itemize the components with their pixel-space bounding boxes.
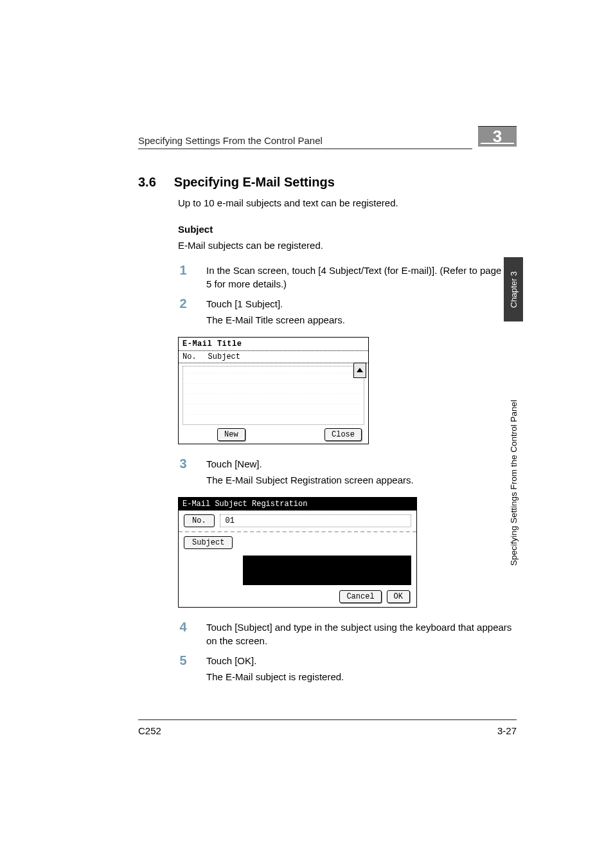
step-text: Touch [OK]. bbox=[206, 654, 517, 667]
new-button[interactable]: New bbox=[217, 428, 245, 441]
step-text: Touch [Subject] and type in the subject … bbox=[206, 620, 517, 647]
section-intro: Up to 10 e-mail subjects and text can be… bbox=[178, 197, 517, 208]
no-value: 01 bbox=[226, 516, 235, 525]
ok-button[interactable]: OK bbox=[387, 590, 410, 603]
chapter-marker: 3 bbox=[478, 126, 517, 147]
step-3: 3 Touch [New]. bbox=[178, 457, 517, 471]
step-text: Touch [1 Subject]. bbox=[206, 297, 517, 311]
close-button[interactable]: Close bbox=[324, 428, 362, 441]
col-subject: Subject bbox=[208, 352, 240, 361]
panel-title: E-Mail Subject Registration bbox=[179, 498, 416, 511]
step-5: 5 Touch [OK]. bbox=[178, 654, 517, 667]
rule bbox=[138, 149, 472, 149]
step-5-sub: The E-Mail subject is registered. bbox=[206, 671, 517, 682]
title-list[interactable] bbox=[182, 366, 364, 425]
side-tab-title: Specifying Settings From the Control Pan… bbox=[504, 334, 523, 566]
subsection-heading: Subject bbox=[178, 224, 517, 235]
col-no: No. bbox=[182, 352, 197, 361]
no-label: No. bbox=[184, 514, 215, 527]
section-number: 3.6 bbox=[138, 175, 156, 190]
step-3-sub: The E-Mail Subject Registration screen a… bbox=[206, 475, 517, 485]
step-text: In the Scan screen, touch [4 Subject/Tex… bbox=[206, 264, 517, 291]
section-title: Specifying E-Mail Settings bbox=[174, 175, 335, 190]
scroll-up-icon[interactable] bbox=[353, 363, 366, 378]
step-4: 4 Touch [Subject] and type in the subjec… bbox=[178, 620, 517, 647]
panel-title: E-Mail Title bbox=[179, 338, 368, 351]
step-number: 4 bbox=[178, 620, 188, 633]
footer-model: C252 bbox=[138, 725, 161, 736]
footer-page: 3-27 bbox=[497, 725, 517, 736]
cancel-button[interactable]: Cancel bbox=[339, 590, 381, 603]
step-2-sub: The E-Mail Title screen appears. bbox=[206, 314, 517, 325]
subject-button[interactable]: Subject bbox=[184, 536, 233, 549]
step-number: 5 bbox=[178, 654, 188, 667]
step-number: 1 bbox=[178, 264, 188, 276]
subject-input[interactable] bbox=[243, 556, 411, 585]
subsection-desc: E-Mail subjects can be registered. bbox=[178, 240, 517, 251]
screenshot-email-title: E-Mail Title No. Subject New Close bbox=[178, 337, 369, 444]
step-2: 2 Touch [1 Subject]. bbox=[178, 297, 517, 311]
step-1: 1 In the Scan screen, touch [4 Subject/T… bbox=[178, 264, 517, 291]
step-number: 2 bbox=[178, 297, 188, 310]
screenshot-subject-registration: E-Mail Subject Registration No. 01 Subje… bbox=[178, 497, 417, 608]
step-number: 3 bbox=[178, 457, 188, 470]
side-tab-chapter: Chapter 3 bbox=[504, 257, 523, 321]
step-text: Touch [New]. bbox=[206, 457, 517, 471]
running-head: Specifying Settings From the Control Pan… bbox=[138, 135, 517, 149]
